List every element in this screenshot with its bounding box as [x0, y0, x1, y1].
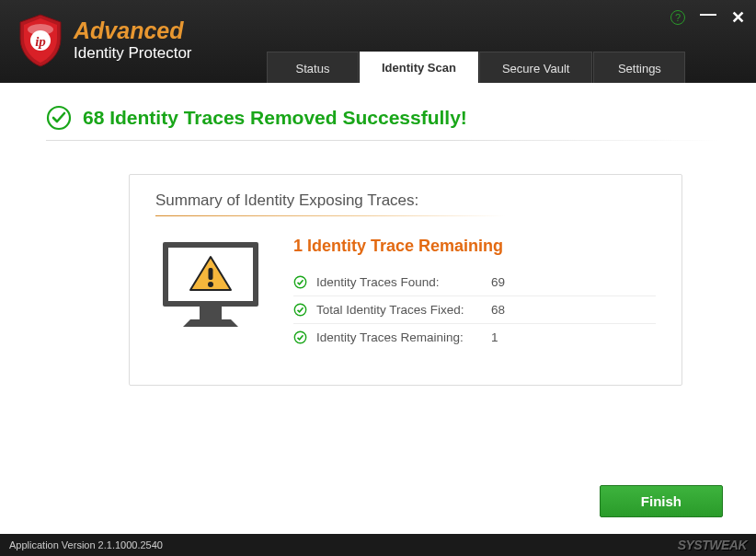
stat-row: Total Identity Traces Fixed: 68 [293, 296, 656, 324]
divider [155, 215, 656, 216]
tab-bar: Status Identity Scan Secure Vault Settin… [267, 52, 685, 83]
check-icon [293, 330, 307, 344]
check-icon [293, 275, 307, 289]
monitor-warning-icon [155, 237, 266, 338]
svg-text:ip: ip [35, 34, 46, 49]
stat-label: Identity Traces Found: [316, 275, 491, 289]
brand-title: Advanced [74, 19, 192, 42]
summary-title: Summary of Identity Exposing Traces: [155, 191, 656, 210]
app-logo-icon: ip [17, 13, 64, 68]
status-bar: Application Version 2.1.1000.2540 SYSTWE… [0, 534, 756, 556]
result-headline: 68 Identity Traces Removed Successfully! [83, 107, 467, 129]
main-panel: 68 Identity Traces Removed Successfully!… [0, 83, 756, 534]
titlebar: ip Advanced Identity Protector ? — ✕ Sta… [0, 0, 756, 83]
help-icon[interactable]: ? [670, 10, 685, 25]
tab-secure-vault[interactable]: Secure Vault [479, 52, 592, 83]
svg-rect-7 [209, 268, 213, 280]
version-label: Application Version 2.1.1000.2540 [9, 539, 163, 550]
check-icon [293, 303, 307, 317]
stat-value: 68 [491, 303, 505, 317]
brand-subtitle: Identity Protector [74, 44, 192, 63]
stats-block: 1 Identity Trace Remaining Identity Trac… [293, 237, 656, 351]
stat-row: Identity Traces Remaining: 1 [293, 324, 656, 351]
remaining-title: 1 Identity Trace Remaining [293, 237, 656, 256]
success-check-icon [46, 105, 72, 131]
vendor-logo: SYSTWEAK [678, 538, 747, 552]
tab-status[interactable]: Status [267, 52, 359, 83]
brand: ip Advanced Identity Protector [0, 0, 192, 68]
stat-label: Total Identity Traces Fixed: [316, 303, 491, 317]
svg-point-8 [208, 282, 213, 287]
svg-point-9 [294, 276, 305, 287]
tab-identity-scan[interactable]: Identity Scan [360, 52, 478, 83]
stat-row: Identity Traces Found: 69 [293, 269, 656, 296]
minimize-button[interactable]: — [700, 6, 716, 22]
stat-label: Identity Traces Remaining: [316, 330, 491, 344]
svg-point-11 [294, 331, 305, 342]
summary-card: Summary of Identity Exposing Traces: 1 I… [129, 174, 682, 386]
svg-rect-6 [200, 307, 222, 319]
finish-button[interactable]: Finish [600, 485, 723, 517]
divider [46, 140, 719, 141]
stat-value: 1 [491, 330, 498, 344]
close-button[interactable]: ✕ [731, 9, 745, 26]
svg-point-10 [294, 304, 305, 315]
stat-value: 69 [491, 275, 505, 289]
tab-settings[interactable]: Settings [593, 52, 685, 83]
